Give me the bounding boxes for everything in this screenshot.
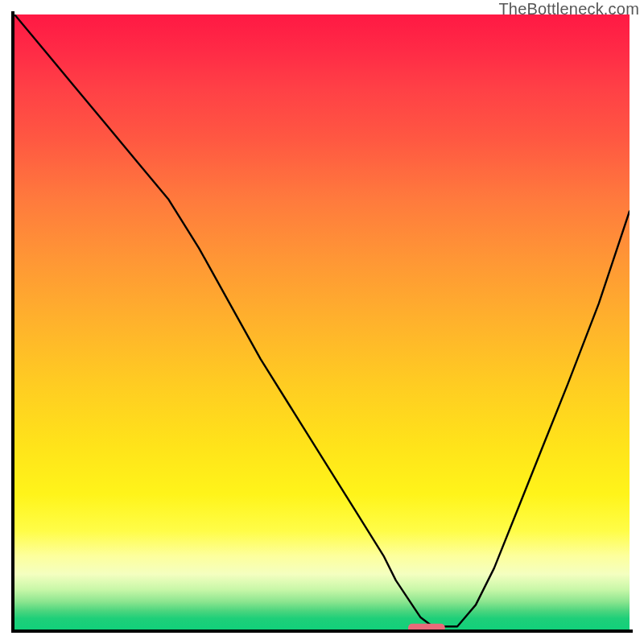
plot-area [14,14,630,630]
curve-layer [14,14,630,630]
bottleneck-chart: TheBottleneck.com [0,0,644,644]
watermark-text: TheBottleneck.com [498,0,639,19]
bottleneck-curve [14,14,630,626]
y-axis [11,11,14,633]
x-axis [11,630,633,633]
optimal-range-marker [408,624,445,630]
